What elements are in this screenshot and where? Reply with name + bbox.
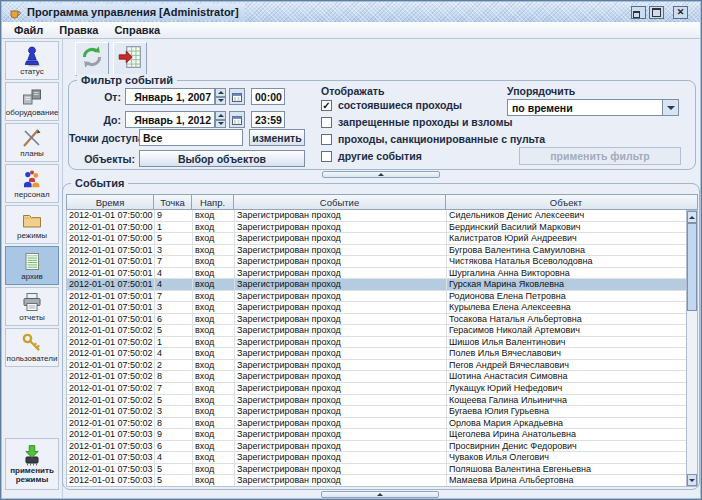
table-cell: Лукащук Юрий Нефедович	[447, 383, 686, 394]
apply-filter-button[interactable]: применить фильтр	[519, 147, 681, 165]
table-row[interactable]: 2012-01-01 07:50:024входЗарегистрирован …	[67, 348, 686, 360]
menu-file[interactable]: Файл	[6, 23, 51, 37]
refresh-button[interactable]	[75, 42, 109, 76]
table-row[interactable]: 2012-01-01 07:50:025входЗарегистрирован …	[67, 325, 686, 337]
table-cell: 2012-01-01 07:50:03	[67, 429, 155, 440]
table-cell: вход	[193, 279, 235, 290]
export-events-button[interactable]	[113, 42, 147, 76]
table-cell: Пегов Андрей Вячеславович	[447, 360, 686, 371]
archive-notepad-icon	[21, 250, 43, 272]
table-row[interactable]: 2012-01-01 07:50:014входЗарегистрирован …	[67, 268, 686, 280]
table-row[interactable]: 2012-01-01 07:50:028входЗарегистрирован …	[67, 371, 686, 383]
access-points-field[interactable]: Все	[139, 129, 243, 146]
table-row[interactable]: 2012-01-01 07:50:035входЗарегистрирован …	[67, 475, 686, 487]
table-row[interactable]: 2012-01-01 07:50:013входЗарегистрирован …	[67, 302, 686, 314]
date-from-spinner[interactable]	[215, 88, 226, 105]
close-button[interactable]: ✕	[673, 6, 688, 19]
checkbox-console-passes[interactable]: проходы, санкционированные с пульта	[321, 132, 545, 146]
table-row[interactable]: 2012-01-01 07:50:001входЗарегистрирован …	[67, 222, 686, 234]
date-to-spinner[interactable]	[215, 111, 226, 128]
checkbox-completed-passes[interactable]: ✓ состоявшиеся проходы	[321, 98, 462, 112]
table-row[interactable]: 2012-01-01 07:50:022входЗарегистрирован …	[67, 360, 686, 372]
sidebar-item-users[interactable]: пользователи	[5, 328, 59, 367]
table-cell: Бугаева Юлия Гурьевна	[447, 406, 686, 417]
sidebar-item-hardware[interactable]: оборудование	[5, 82, 59, 121]
date-to-field[interactable]: Январь 1, 2012	[125, 111, 215, 128]
table-cell: вход	[193, 245, 235, 256]
menu-edit[interactable]: Правка	[51, 23, 106, 37]
table-cell: 3	[155, 406, 193, 417]
table-cell: Шургалина Анна Викторовна	[447, 268, 686, 279]
scroll-up-button[interactable]	[687, 211, 697, 223]
time-from-field[interactable]: 00:00	[251, 88, 285, 105]
column-header-point[interactable]: Точка	[154, 194, 192, 210]
table-row[interactable]: 2012-01-01 07:50:025входЗарегистрирован …	[67, 395, 686, 407]
table-row[interactable]: 2012-01-01 07:50:027входЗарегистрирован …	[67, 383, 686, 395]
table-cell: Герасимов Николай Артемович	[447, 325, 686, 336]
sidebar-item-archive[interactable]: архив	[5, 246, 59, 285]
table-cell: 2012-01-01 07:50:02	[67, 325, 155, 336]
table-row[interactable]: 2012-01-01 07:50:034входЗарегистрирован …	[67, 452, 686, 464]
apply-modes-button[interactable]: применить режимы	[5, 438, 59, 490]
date-from-field[interactable]: Январь 1, 2007	[125, 88, 215, 105]
select-objects-button[interactable]: Выбор объектов	[139, 150, 305, 167]
time-to-field[interactable]: 23:59	[251, 111, 285, 128]
filter-splitter[interactable]	[68, 171, 694, 180]
table-cell: Зарегистрирован проход	[235, 429, 447, 440]
table-row[interactable]: 2012-01-01 07:50:009входЗарегистрирован …	[67, 210, 686, 222]
table-row[interactable]: 2012-01-01 07:50:036входЗарегистрирован …	[67, 441, 686, 453]
table-cell: 2012-01-01 07:50:00	[67, 210, 155, 221]
spinner-down-icon[interactable]	[215, 97, 226, 106]
events-scrollbar[interactable]	[686, 210, 698, 487]
spinner-down-icon[interactable]	[215, 120, 226, 129]
table-cell: вход	[193, 360, 235, 371]
table-cell: 2012-01-01 07:50:02	[67, 360, 155, 371]
objects-label: Объекты:	[69, 153, 135, 165]
sidebar-item-label: оборудование	[6, 108, 59, 117]
order-combobox[interactable]: по времени	[507, 99, 679, 116]
table-cell: Зарегистрирован проход	[235, 233, 447, 244]
time-to-value: 23:59	[255, 114, 282, 126]
table-row[interactable]: 2012-01-01 07:50:035входЗарегистрирован …	[67, 464, 686, 476]
sidebar-item-plans[interactable]: планы	[5, 123, 59, 162]
collapse-events-button[interactable]	[321, 491, 439, 498]
spinner-up-icon[interactable]	[215, 111, 226, 120]
maximize-button[interactable]	[649, 6, 664, 19]
filter-group-title: Фильтр событий	[77, 74, 177, 87]
table-row[interactable]: 2012-01-01 07:50:039входЗарегистрирован …	[67, 429, 686, 441]
column-header-event[interactable]: Событие	[234, 194, 446, 210]
header-filler	[686, 194, 698, 210]
column-header-time[interactable]: Время	[66, 194, 154, 210]
table-row[interactable]: 2012-01-01 07:50:005входЗарегистрирован …	[67, 233, 686, 245]
sidebar-item-modes[interactable]: режимы	[5, 205, 59, 244]
collapse-filter-button[interactable]	[322, 171, 440, 178]
column-header-direction[interactable]: Напр.	[192, 194, 234, 210]
table-row[interactable]: 2012-01-01 07:50:014входЗарегистрирован …	[67, 279, 686, 291]
table-row[interactable]: 2012-01-01 07:50:013входЗарегистрирован …	[67, 245, 686, 257]
spinner-up-icon[interactable]	[215, 88, 226, 97]
table-row[interactable]: 2012-01-01 07:50:016входЗарегистрирован …	[67, 314, 686, 326]
table-row[interactable]: 2012-01-01 07:50:017входЗарегистрирован …	[67, 291, 686, 303]
sidebar-item-status[interactable]: статус	[5, 41, 59, 80]
column-header-object[interactable]: Объект	[446, 194, 686, 210]
table-cell: вход	[193, 452, 235, 463]
checkbox-other-events[interactable]: другие события	[321, 149, 422, 163]
table-cell: 2012-01-01 07:50:02	[67, 418, 155, 429]
menu-help[interactable]: Справка	[106, 23, 168, 37]
sidebar-item-label: режимы	[17, 231, 47, 240]
checkbox-forbidden-passes[interactable]: запрещенные проходы и взломы	[321, 115, 512, 129]
table-row[interactable]: 2012-01-01 07:50:028входЗарегистрирован …	[67, 418, 686, 430]
events-splitter[interactable]	[62, 491, 698, 500]
sidebar-item-reports[interactable]: отчеты	[5, 287, 59, 326]
table-cell: вход	[193, 256, 235, 267]
scroll-down-button[interactable]	[687, 474, 697, 486]
calendar-to-button[interactable]	[229, 111, 245, 128]
table-row[interactable]: 2012-01-01 07:50:021входЗарегистрирован …	[67, 337, 686, 349]
sidebar-item-personnel[interactable]: персонал	[5, 164, 59, 203]
minimize-button[interactable]	[631, 6, 646, 19]
calendar-from-button[interactable]	[229, 88, 245, 105]
scrollbar-thumb[interactable]	[687, 223, 697, 311]
table-row[interactable]: 2012-01-01 07:50:023входЗарегистрирован …	[67, 406, 686, 418]
change-button[interactable]: изменить	[249, 129, 305, 146]
table-row[interactable]: 2012-01-01 07:50:017входЗарегистрирован …	[67, 256, 686, 268]
